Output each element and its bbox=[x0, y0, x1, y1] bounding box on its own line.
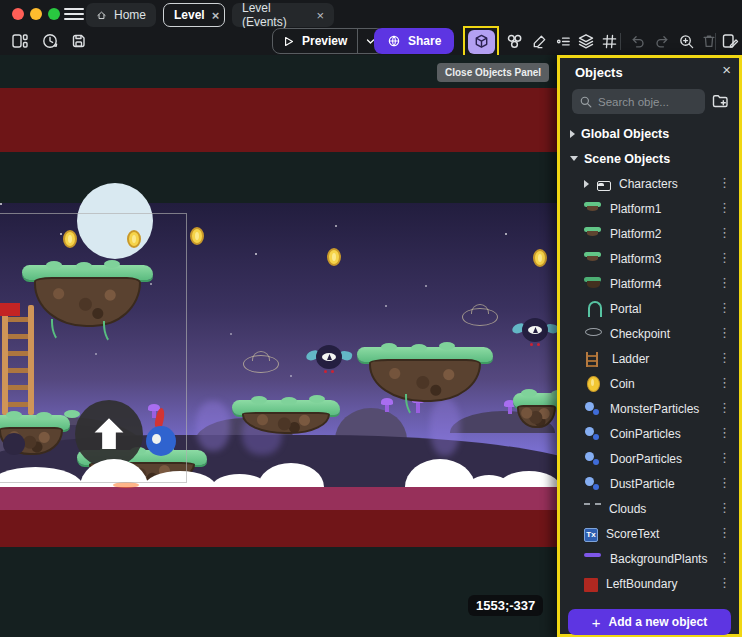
preview-button[interactable]: Preview bbox=[272, 28, 384, 54]
history-button[interactable] bbox=[38, 29, 62, 53]
main-menu-icon[interactable] bbox=[64, 8, 84, 21]
item-menu-icon[interactable] bbox=[718, 225, 731, 240]
ufo-sketch bbox=[243, 355, 279, 373]
tree-item-object[interactable]: Checkpoint bbox=[560, 321, 739, 346]
ladder-icon bbox=[586, 352, 598, 367]
item-menu-icon[interactable] bbox=[718, 525, 731, 540]
close-panel-icon[interactable] bbox=[722, 61, 731, 78]
item-menu-icon[interactable] bbox=[718, 300, 731, 315]
particles-icon bbox=[584, 400, 602, 418]
share-button[interactable]: Share bbox=[374, 28, 454, 54]
tab-home-label: Home bbox=[114, 8, 146, 22]
scene-editor-canvas[interactable]: 1553;-337 bbox=[0, 55, 557, 637]
tab-level[interactable]: Level bbox=[163, 3, 225, 27]
tree-item-object[interactable]: Portal bbox=[560, 296, 739, 321]
toolbar: Preview Share bbox=[0, 28, 742, 55]
mushroom bbox=[385, 403, 389, 412]
plus-icon bbox=[592, 614, 601, 631]
scene-properties-icon bbox=[721, 32, 739, 50]
item-menu-icon[interactable] bbox=[718, 350, 731, 365]
redo-button[interactable] bbox=[650, 29, 674, 53]
undo-button[interactable] bbox=[625, 29, 649, 53]
tab-home[interactable]: Home bbox=[86, 3, 156, 27]
coin-instance[interactable] bbox=[327, 248, 341, 266]
folder-plus-icon bbox=[711, 92, 729, 110]
scene-properties-button[interactable] bbox=[718, 29, 742, 53]
tooltip: Close Objects Panel bbox=[437, 63, 549, 82]
objects-panel-toggle-button[interactable] bbox=[468, 30, 495, 54]
coin-instance[interactable] bbox=[533, 249, 547, 267]
platform-instance[interactable] bbox=[357, 347, 493, 402]
close-tab-icon[interactable] bbox=[316, 9, 324, 22]
tooltip-text: Close Objects Panel bbox=[445, 67, 541, 78]
zoom-in-button[interactable] bbox=[674, 29, 698, 53]
layers-button[interactable] bbox=[574, 29, 598, 53]
platform-instance[interactable] bbox=[513, 393, 557, 428]
search-input[interactable] bbox=[598, 96, 688, 108]
item-menu-icon[interactable] bbox=[718, 375, 731, 390]
tree-group-scene-objects[interactable]: Scene Objects bbox=[560, 146, 739, 171]
maximize-window-button[interactable] bbox=[48, 8, 60, 20]
monster-instance[interactable] bbox=[518, 316, 552, 345]
annotation-highlight-box bbox=[463, 26, 499, 57]
item-menu-icon[interactable] bbox=[718, 400, 731, 415]
objects-panel-title: Objects bbox=[575, 65, 623, 80]
item-menu-icon[interactable] bbox=[718, 575, 731, 590]
save-button[interactable] bbox=[67, 29, 91, 53]
item-menu-icon[interactable] bbox=[718, 250, 731, 265]
objects-tree: Global Objects Scene Objects Characters … bbox=[560, 121, 739, 596]
tree-item-object[interactable]: BackgroundPlants bbox=[560, 546, 739, 571]
edit-pencil-button[interactable] bbox=[527, 29, 551, 53]
item-menu-icon[interactable] bbox=[718, 550, 731, 565]
tree-item-folder[interactable]: Characters bbox=[560, 171, 739, 196]
platform-instance[interactable] bbox=[232, 400, 340, 434]
grid-button[interactable] bbox=[597, 29, 621, 53]
instances-list-button[interactable] bbox=[551, 29, 575, 53]
item-menu-icon[interactable] bbox=[718, 475, 731, 490]
caret-right-icon bbox=[570, 130, 575, 138]
item-menu-icon[interactable] bbox=[718, 500, 731, 515]
coin-instance[interactable] bbox=[190, 227, 204, 245]
pencil-icon bbox=[531, 33, 548, 50]
tree-item-object[interactable]: DustParticle bbox=[560, 471, 739, 496]
tree-item-object[interactable]: Tx ScoreText bbox=[560, 521, 739, 546]
tree-item-object[interactable]: Platform4 bbox=[560, 271, 739, 296]
tree-item-object[interactable]: DoorParticles bbox=[560, 446, 739, 471]
object-search-box[interactable] bbox=[572, 89, 705, 114]
tree-item-object[interactable]: Platform2 bbox=[560, 221, 739, 246]
tree-item-object[interactable]: Ladder bbox=[560, 346, 739, 371]
object-groups-button[interactable] bbox=[502, 29, 526, 53]
top-boundary-instance[interactable] bbox=[0, 88, 557, 152]
tree-item-object[interactable]: Platform3 bbox=[560, 246, 739, 271]
tree-item-object[interactable]: LeftBoundary bbox=[560, 571, 739, 596]
item-menu-icon[interactable] bbox=[718, 275, 731, 290]
minimize-window-button[interactable] bbox=[30, 8, 42, 20]
item-menu-icon[interactable] bbox=[718, 450, 731, 465]
bottom-boundary-instance[interactable] bbox=[0, 487, 557, 510]
item-menu-icon[interactable] bbox=[718, 325, 731, 340]
ufo-sketch bbox=[462, 308, 498, 326]
platform-icon bbox=[584, 227, 602, 245]
redo-icon bbox=[654, 33, 671, 50]
tree-item-object[interactable]: CoinParticles bbox=[560, 421, 739, 446]
checkpoint-icon bbox=[584, 328, 602, 346]
stars bbox=[0, 203, 2, 205]
close-window-button[interactable] bbox=[12, 8, 24, 20]
add-new-object-button[interactable]: Add a new object bbox=[568, 609, 731, 635]
monster-instance[interactable] bbox=[312, 343, 346, 372]
tree-group-global-objects[interactable]: Global Objects bbox=[560, 121, 739, 146]
history-icon bbox=[41, 32, 59, 50]
item-menu-icon[interactable] bbox=[718, 175, 731, 190]
add-folder-button[interactable] bbox=[711, 92, 729, 114]
tree-item-object[interactable]: Clouds bbox=[560, 496, 739, 521]
tree-item-object[interactable]: Platform1 bbox=[560, 196, 739, 221]
project-manager-button[interactable] bbox=[8, 29, 32, 53]
close-tab-icon[interactable] bbox=[212, 9, 220, 22]
tab-level-events[interactable]: Level (Events) bbox=[232, 3, 334, 27]
item-menu-icon[interactable] bbox=[718, 425, 731, 440]
layers-icon bbox=[577, 32, 595, 50]
tree-item-object[interactable]: Coin bbox=[560, 371, 739, 396]
home-icon bbox=[96, 8, 107, 23]
item-menu-icon[interactable] bbox=[718, 200, 731, 215]
tree-item-object[interactable]: MonsterParticles bbox=[560, 396, 739, 421]
